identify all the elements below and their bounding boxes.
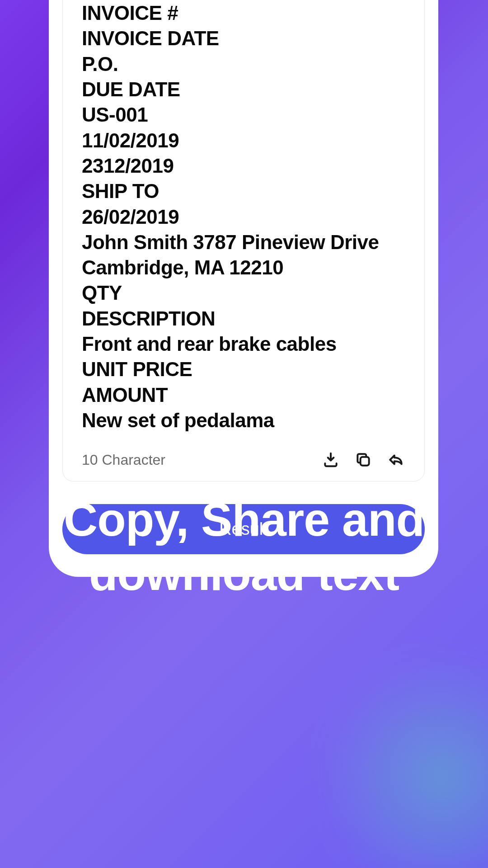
extracted-text: INVOICE # INVOICE DATE P.O. DUE DATE US-… [63,0,424,442]
text-line: US-001 [82,102,405,127]
text-line: P.O. [82,52,405,77]
share-icon[interactable] [386,450,405,469]
text-line: QTY [82,280,405,306]
text-line: 11/02/2019 [82,128,405,153]
character-count: 10 Character [82,452,165,468]
text-line: 2312/2019 [82,153,405,179]
text-line: John Smith 3787 Pineview Drive [82,230,405,255]
text-line: UNIT PRICE [82,357,405,382]
marketing-headline: Copy, Share and download text [0,493,488,601]
text-line: Front and rear brake cables [82,331,405,357]
copy-icon[interactable] [354,450,373,469]
action-icons [321,450,405,469]
phone-frame: INVOICE # INVOICE DATE P.O. DUE DATE US-… [49,0,438,577]
result-card: INVOICE # INVOICE DATE P.O. DUE DATE US-… [62,0,425,481]
text-line: DESCRIPTION [82,306,405,331]
card-footer: 10 Character [63,442,424,481]
text-line: AMOUNT [82,382,405,408]
text-line: Cambridge, MA 12210 [82,255,405,280]
text-line: INVOICE # [82,0,405,26]
svg-rect-0 [361,457,369,466]
text-line: New set of pedalama [82,408,405,433]
text-line: INVOICE DATE [82,26,405,51]
download-icon[interactable] [321,450,340,469]
text-line: DUE DATE [82,77,405,102]
text-line: 26/02/2019 [82,204,405,230]
text-line: SHIP TO [82,179,405,204]
